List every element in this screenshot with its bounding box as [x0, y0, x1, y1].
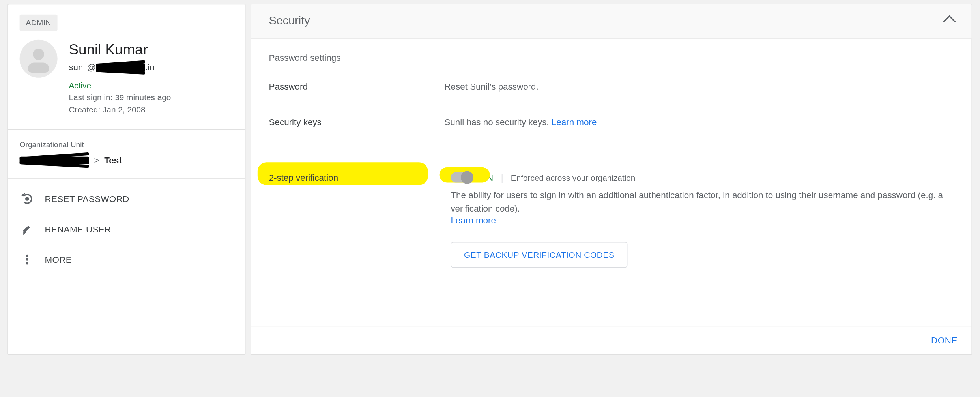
redacted-icon	[20, 157, 89, 164]
panel-header[interactable]: Security	[251, 4, 972, 38]
rename-user-button[interactable]: RENAME USER	[8, 214, 245, 244]
redacted-icon	[96, 64, 145, 71]
status-active: Active	[69, 81, 171, 90]
security-keys-learn-more-link[interactable]: Learn more	[552, 117, 597, 127]
panel-footer: DONE	[251, 326, 972, 354]
password-settings-heading: Password settings	[269, 52, 954, 63]
user-name: Sunil Kumar	[69, 41, 171, 58]
security-keys-value: Sunil has no security keys.	[444, 117, 551, 127]
password-label: Password	[269, 81, 445, 92]
profile-card: ADMIN Sunil Kumar sunil@.in Active Last …	[7, 4, 245, 355]
email-prefix: sunil@	[69, 62, 96, 72]
password-row[interactable]: Password Reset Sunil's password.	[269, 81, 954, 92]
reset-password-label: RESET PASSWORD	[45, 194, 129, 204]
more-button[interactable]: MORE	[8, 244, 245, 275]
two-step-learn-more-link[interactable]: Learn more	[451, 215, 496, 226]
two-step-verification-row: 2-step verification ON | Enforced across…	[269, 170, 954, 270]
breadcrumb-separator: >	[94, 155, 99, 166]
two-step-description: The ability for users to sign in with an…	[451, 189, 954, 215]
rename-user-label: RENAME USER	[45, 224, 111, 234]
security-panel: Security Password settings Password Rese…	[251, 4, 972, 355]
backup-codes-button[interactable]: GET BACKUP VERIFICATION CODES	[451, 242, 628, 268]
chevron-up-icon[interactable]	[943, 15, 956, 28]
user-email: sunil@.in	[69, 62, 171, 72]
org-unit-path: > Test	[20, 155, 234, 166]
vertical-separator: |	[501, 172, 503, 183]
panel-title: Security	[269, 15, 310, 28]
reset-password-button[interactable]: RESET PASSWORD	[8, 184, 245, 214]
last-signin: Last sign in: 39 minutes ago	[69, 93, 171, 102]
avatar	[20, 40, 58, 78]
two-step-label: 2-step verification	[269, 172, 339, 183]
more-label: MORE	[45, 255, 72, 265]
password-value: Reset Sunil's password.	[444, 81, 538, 92]
two-step-toggle[interactable]	[451, 172, 472, 183]
org-unit-leaf: Test	[104, 155, 122, 166]
more-icon	[21, 253, 34, 266]
security-keys-row[interactable]: Security keys Sunil has no security keys…	[269, 117, 954, 127]
done-button[interactable]: DONE	[931, 335, 958, 346]
email-suffix: .in	[145, 62, 155, 72]
security-keys-label: Security keys	[269, 117, 445, 127]
two-step-enforced: Enforced across your organization	[511, 173, 636, 182]
reset-icon	[21, 193, 34, 205]
admin-badge: ADMIN	[20, 15, 58, 31]
created-date: Created: Jan 2, 2008	[69, 105, 171, 114]
pencil-icon	[21, 223, 34, 236]
org-unit-label: Organizational Unit	[20, 140, 234, 149]
